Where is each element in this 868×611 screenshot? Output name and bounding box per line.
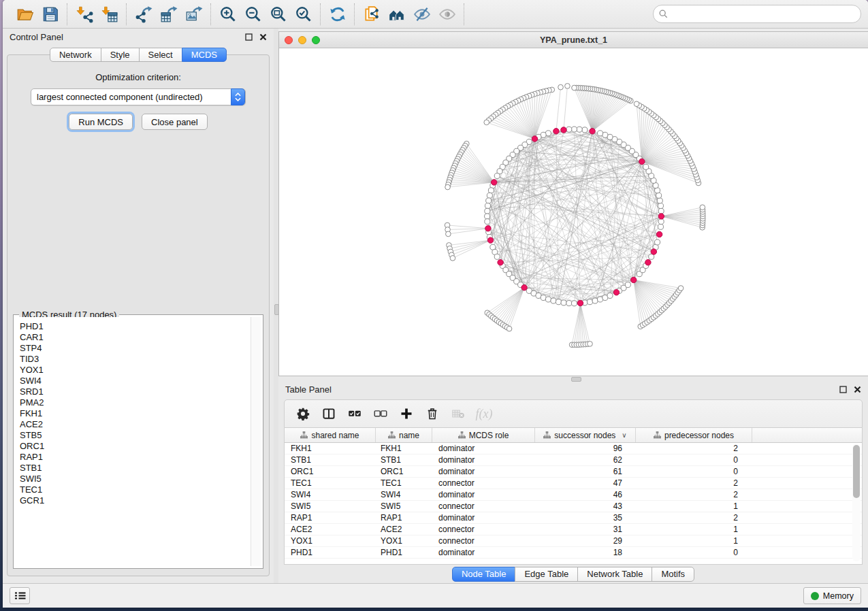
zoom-out-button[interactable] <box>240 3 266 25</box>
network-canvas[interactable] <box>279 48 868 376</box>
table-cell[interactable]: ACE2 <box>285 525 375 534</box>
table-cell[interactable]: PHD1 <box>285 548 375 557</box>
table-cell[interactable]: YOX1 <box>285 536 375 546</box>
vertical-splitter[interactable] <box>274 29 278 583</box>
table-cell[interactable]: ACE2 <box>375 525 431 534</box>
home-button[interactable] <box>384 3 409 25</box>
export-table-button[interactable] <box>156 3 181 25</box>
zoom-selected-button[interactable] <box>291 3 316 25</box>
table-cell[interactable]: RAP1 <box>285 513 375 523</box>
column-header-MCDS-role[interactable]: MCDS role <box>432 428 535 442</box>
tab-edge-table[interactable]: Edge Table <box>515 567 578 582</box>
hide-panel-button[interactable] <box>409 3 434 25</box>
mcds-result-item[interactable]: SRD1 <box>20 386 261 397</box>
table-cell[interactable]: 0 <box>633 467 749 476</box>
table-scrollbar[interactable] <box>852 444 861 561</box>
tab-style[interactable]: Style <box>101 48 140 62</box>
import-table-button[interactable] <box>97 3 122 25</box>
close-table-panel-icon[interactable] <box>853 386 861 394</box>
tab-select[interactable]: Select <box>139 48 182 62</box>
table-cell[interactable]: 31 <box>533 525 633 534</box>
table-cell[interactable]: STB1 <box>285 455 375 465</box>
table-row[interactable]: YOX1YOX1connector291 <box>285 535 862 547</box>
mcds-result-item[interactable]: RAP1 <box>20 452 261 463</box>
mcds-result-item[interactable]: STP4 <box>20 343 261 354</box>
table-row[interactable]: ORC1ORC1dominator610 <box>285 466 862 478</box>
select-all-button[interactable] <box>343 403 366 424</box>
network-graph[interactable] <box>279 48 868 376</box>
table-cell[interactable]: dominator <box>431 455 533 465</box>
task-history-button[interactable] <box>10 587 30 604</box>
mcds-result-item[interactable]: STB5 <box>20 430 261 441</box>
table-cell[interactable]: 29 <box>533 536 633 546</box>
open-file-button[interactable] <box>12 3 37 25</box>
table-cell[interactable]: RAP1 <box>375 513 431 523</box>
table-cell[interactable]: 18 <box>533 548 633 557</box>
table-cell[interactable]: FKH1 <box>375 444 431 453</box>
mcds-result-item[interactable]: SWI4 <box>20 376 261 386</box>
table-cell[interactable]: PHD1 <box>375 548 431 557</box>
table-cell[interactable]: SWI4 <box>285 490 375 499</box>
mcds-result-item[interactable]: YOX1 <box>20 365 261 376</box>
mcds-result-scrollbar[interactable] <box>251 317 261 566</box>
table-cell[interactable]: 96 <box>533 444 633 453</box>
delete-column-button[interactable] <box>421 403 444 424</box>
mcds-result-item[interactable]: FKH1 <box>20 408 261 419</box>
mcds-result-item[interactable]: GCR1 <box>20 495 261 506</box>
columns-button[interactable] <box>317 403 340 424</box>
close-panel-button[interactable]: Close panel <box>142 114 208 130</box>
table-cell[interactable]: ORC1 <box>375 467 431 476</box>
table-scrollbar-thumb[interactable] <box>853 445 860 498</box>
column-header-name[interactable]: name <box>376 428 432 442</box>
table-row[interactable]: TEC1TEC1connector472 <box>285 478 862 489</box>
table-row[interactable]: ACE2ACE2connector311 <box>285 524 862 535</box>
add-column-button[interactable] <box>395 403 418 424</box>
vertical-splitter-handle[interactable] <box>274 304 279 315</box>
table-cell[interactable]: 1 <box>633 525 749 534</box>
table-row[interactable]: STB1STB1dominator620 <box>285 455 862 466</box>
table-cell[interactable]: 0 <box>633 455 749 465</box>
table-cell[interactable]: SWI5 <box>375 501 431 511</box>
table-row[interactable]: SWI4SWI4dominator462 <box>285 489 862 501</box>
tab-node-table[interactable]: Node Table <box>452 567 516 582</box>
sort-indicator-icon[interactable]: ∨ <box>622 431 626 439</box>
tab-network[interactable]: Network <box>50 48 101 62</box>
mcds-result-item[interactable]: CAR1 <box>20 332 261 343</box>
mcds-result-item[interactable]: TID3 <box>20 354 261 365</box>
float-table-panel-icon[interactable] <box>839 386 847 394</box>
mcds-result-item[interactable]: TEC1 <box>20 484 261 495</box>
table-cell[interactable]: connector <box>431 536 533 546</box>
search-box[interactable] <box>653 5 861 23</box>
optimization-criterion-select[interactable]: largest connected component (undirected) <box>31 88 246 105</box>
close-panel-icon[interactable] <box>259 33 267 42</box>
table-cell[interactable]: 2 <box>633 444 749 453</box>
table-row[interactable]: FKH1FKH1dominator962 <box>285 443 862 455</box>
table-cell[interactable]: 2 <box>633 513 749 523</box>
zoom-in-button[interactable] <box>215 3 240 25</box>
mcds-result-list[interactable]: PHD1CAR1STP4TID3YOX1SWI4SRD1PMA2FKH1ACE2… <box>16 317 261 566</box>
table-cell[interactable]: dominator <box>431 548 533 557</box>
gear-button[interactable] <box>291 403 315 424</box>
table-cell[interactable]: SWI4 <box>375 490 431 499</box>
table-cell[interactable]: connector <box>431 525 533 534</box>
table-row[interactable]: SWI5SWI5connector431 <box>285 501 862 512</box>
horizontal-splitter[interactable] <box>278 376 868 381</box>
export-network-button[interactable] <box>131 3 156 25</box>
float-panel-icon[interactable] <box>244 33 253 42</box>
table-cell[interactable]: 0 <box>633 548 749 557</box>
table-cell[interactable]: 61 <box>533 467 633 476</box>
search-input[interactable] <box>671 9 855 20</box>
run-mcds-button[interactable]: Run MCDS <box>69 114 133 130</box>
mcds-result-item[interactable]: PHD1 <box>20 321 261 332</box>
tab-network-table[interactable]: Network Table <box>577 567 652 582</box>
table-cell[interactable]: TEC1 <box>285 478 375 488</box>
table-row[interactable]: PHD1PHD1dominator180 <box>285 547 862 559</box>
mcds-result-item[interactable]: SWI5 <box>20 474 261 484</box>
import-network-button[interactable] <box>71 3 97 25</box>
column-header-shared-name[interactable]: shared name <box>285 428 376 442</box>
mcds-result-item[interactable]: STB1 <box>20 463 261 474</box>
network-window-titlebar[interactable]: YPA_prune.txt_1 <box>279 32 868 48</box>
table-cell[interactable]: ORC1 <box>285 467 375 476</box>
zoom-fit-button[interactable] <box>266 3 291 25</box>
table-cell[interactable]: connector <box>431 478 533 488</box>
